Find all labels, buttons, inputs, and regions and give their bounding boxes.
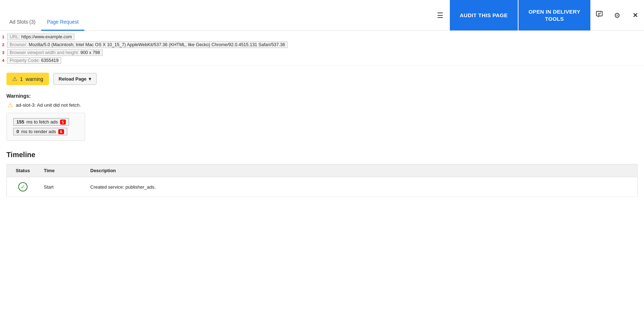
table-cell-description: Created service: publisher_ads. bbox=[85, 177, 638, 197]
comment-icon: ! bbox=[595, 10, 603, 20]
stat-row-fetch: 155 ms to fetch ads 5 bbox=[13, 118, 78, 126]
row-num-1: 1 bbox=[2, 35, 6, 39]
url-value: https://www.example.com bbox=[21, 34, 72, 39]
reload-page-label: Reload Page bbox=[59, 76, 87, 82]
table-cell-time: Start bbox=[39, 177, 85, 197]
property-value: 6355419 bbox=[41, 58, 59, 63]
timeline-table: Status Time Description ✓ Start Created … bbox=[6, 164, 638, 197]
svg-text:!: ! bbox=[600, 11, 601, 14]
timeline-title: Timeline bbox=[6, 151, 638, 159]
open-in-delivery-tools-button[interactable]: OPEN IN DELIVERY TOOLS bbox=[518, 0, 590, 30]
row-num-3: 3 bbox=[2, 50, 6, 55]
tab-page-request[interactable]: Page Request bbox=[41, 15, 84, 31]
fetch-badge: 5 bbox=[60, 120, 66, 125]
table-cell-status: ✓ bbox=[7, 177, 39, 197]
row-num-2: 2 bbox=[2, 43, 6, 47]
url-label: URL: bbox=[10, 34, 20, 39]
property-label: Property Code: bbox=[10, 58, 40, 63]
viewport-value: 900 x 798 bbox=[80, 50, 100, 55]
info-row-browser: 2 Browser: Mozilla/5.0 (Macintosh; Intel… bbox=[1, 41, 643, 49]
tabs-container: Ad Slots (3) Page Request bbox=[0, 0, 88, 30]
tab-ad-slots[interactable]: Ad Slots (3) bbox=[4, 15, 41, 31]
warning-row: ⚠ 1 warning Reload Page ▾ bbox=[6, 73, 638, 85]
url-box: URL: https://www.example.com bbox=[7, 34, 74, 40]
warning-badge-icon: ⚠ bbox=[12, 76, 17, 82]
browser-label: Browser: bbox=[10, 42, 27, 47]
fetch-ms-value: 155 bbox=[16, 119, 24, 125]
header-actions: ☰ AUDIT THIS PAGE OPEN IN DELIVERY TOOLS… bbox=[431, 0, 644, 30]
warning-item: ⚠ ad-slot-3: Ad unit did not fetch. bbox=[6, 102, 638, 108]
render-ms-label: ms to render ads bbox=[21, 129, 56, 134]
menu-button[interactable]: ☰ bbox=[431, 11, 450, 20]
close-button[interactable]: ✕ bbox=[626, 0, 644, 30]
viewport-box: Browser viewport width and height: 900 x… bbox=[7, 49, 103, 56]
reload-dropdown-icon: ▾ bbox=[89, 76, 91, 82]
check-icon: ✓ bbox=[18, 182, 28, 192]
render-stat-box: 0 ms to render ads 6 bbox=[13, 128, 67, 135]
warnings-title: Warnings: bbox=[6, 93, 638, 99]
fetch-ms-label: ms to fetch ads bbox=[26, 119, 58, 125]
info-section: 1 URL: https://www.example.com 2 Browser… bbox=[0, 31, 644, 66]
col-header-description: Description bbox=[85, 164, 638, 177]
header-spacer bbox=[88, 0, 431, 30]
timeline-section: Timeline Status Time Description ✓ Start… bbox=[6, 151, 638, 197]
header: Ad Slots (3) Page Request ☰ AUDIT THIS P… bbox=[0, 0, 644, 31]
close-icon: ✕ bbox=[633, 11, 638, 19]
render-badge: 6 bbox=[58, 129, 64, 134]
warning-badge[interactable]: ⚠ 1 warning bbox=[6, 73, 49, 85]
info-row-property: 4 Property Code: 6355419 bbox=[1, 57, 643, 64]
warning-item-icon: ⚠ bbox=[8, 102, 13, 108]
info-row-viewport: 3 Browser viewport width and height: 900… bbox=[1, 49, 643, 57]
property-box: Property Code: 6355419 bbox=[7, 57, 61, 64]
table-row: ✓ Start Created service: publisher_ads. bbox=[7, 177, 638, 197]
browser-box: Browser: Mozilla/5.0 (Macintosh; Intel M… bbox=[7, 42, 287, 48]
viewport-label: Browser viewport width and height: bbox=[10, 50, 79, 55]
audit-this-page-button[interactable]: AUDIT THIS PAGE bbox=[450, 0, 518, 30]
warning-label: warning bbox=[26, 76, 43, 82]
settings-button[interactable]: ⚙ bbox=[608, 0, 626, 30]
stat-row-render: 0 ms to render ads 6 bbox=[13, 128, 78, 135]
render-ms-value: 0 bbox=[16, 129, 19, 134]
col-header-time: Time bbox=[39, 164, 85, 177]
gear-icon: ⚙ bbox=[614, 11, 620, 20]
browser-value: Mozilla/5.0 (Macintosh; Intel Mac OS X 1… bbox=[29, 42, 285, 47]
info-row-url: 1 URL: https://www.example.com bbox=[1, 33, 643, 41]
main-content: ⚠ 1 warning Reload Page ▾ Warnings: ⚠ ad… bbox=[0, 66, 644, 204]
warning-item-text: ad-slot-3: Ad unit did not fetch. bbox=[16, 102, 81, 108]
fetch-stat-box: 155 ms to fetch ads 5 bbox=[13, 118, 69, 126]
warning-count: 1 bbox=[20, 76, 23, 82]
warnings-section: Warnings: ⚠ ad-slot-3: Ad unit did not f… bbox=[6, 93, 638, 108]
row-num-4: 4 bbox=[2, 58, 6, 63]
timeline-header-row: Status Time Description bbox=[7, 164, 638, 177]
stats-box: 155 ms to fetch ads 5 0 ms to render ads… bbox=[6, 113, 85, 141]
reload-page-button[interactable]: Reload Page ▾ bbox=[53, 73, 97, 85]
col-header-status: Status bbox=[7, 164, 39, 177]
comment-icon-button[interactable]: ! bbox=[590, 0, 608, 30]
